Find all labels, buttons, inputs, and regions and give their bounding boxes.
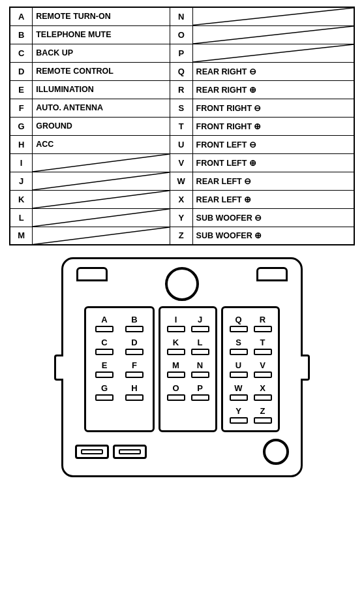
pin-item: O [167, 383, 185, 401]
row-label-left: GROUND [33, 117, 170, 135]
pin-label: P [197, 383, 203, 393]
pin-label: F [132, 360, 137, 370]
row-letter-right: U [170, 135, 192, 153]
pin-label: E [102, 360, 108, 370]
pin-item: M [167, 360, 185, 378]
row-letter-right: T [170, 117, 192, 135]
pin-label: L [198, 338, 203, 347]
pin-row: YZ [228, 406, 273, 424]
pin-item: E [95, 360, 114, 378]
pin-item: F [125, 360, 144, 378]
row-label-right: REAR LEFT ⊖ [192, 172, 354, 190]
pin-item: S [230, 338, 248, 355]
pin-item: L [191, 338, 209, 355]
row-label-right: FRONT RIGHT ⊖ [192, 99, 354, 117]
pin-item: N [191, 360, 209, 378]
svg-line-2 [193, 44, 354, 62]
row-label-right: FRONT LEFT ⊖ [192, 135, 354, 153]
pin-terminal [254, 394, 272, 401]
pin-terminal [95, 326, 114, 332]
pin-row: UV [228, 360, 273, 378]
top-tab-left [76, 267, 108, 281]
row-label-right: SUB WOOFER ⊕ [192, 227, 354, 245]
pin-terminal [230, 371, 248, 378]
row-letter-right: N [170, 7, 192, 25]
row-label-left: TELEPHONE MUTE [33, 25, 170, 44]
connector-diagram: ABCDEFGH IJKLMNOP QRSTUVWXYZ [61, 257, 303, 477]
pin-terminal [125, 349, 144, 355]
svg-line-5 [33, 191, 170, 208]
row-label-right: SUB WOOFER ⊖ [192, 208, 354, 227]
pin-label: S [235, 338, 241, 347]
row-label-left: ILLUMINATION [33, 80, 170, 99]
pin-label: U [235, 360, 241, 370]
pin-label: Z [260, 406, 265, 416]
pin-terminal [167, 371, 185, 378]
pin-row: OP [166, 383, 210, 401]
pin-item: U [230, 360, 248, 378]
row-label-right: FRONT RIGHT ⊕ [192, 117, 354, 135]
row-letter-right: R [170, 80, 192, 99]
side-tab-left [54, 355, 63, 381]
row-label-right: REAR RIGHT ⊖ [192, 62, 354, 80]
row-label-right: REAR LEFT ⊕ [192, 190, 354, 208]
row-label-left: ACC [33, 135, 170, 153]
pin-item: Z [254, 406, 272, 424]
pin-item: Y [230, 406, 248, 424]
pin-terminal [95, 394, 114, 401]
pin-label: A [101, 315, 107, 324]
pin-label: M [172, 360, 179, 370]
pin-label: H [131, 383, 137, 393]
pin-terminal [167, 349, 185, 355]
row-label-left [33, 172, 170, 190]
small-connector-2 [113, 445, 147, 459]
pin-terminal [95, 371, 114, 378]
row-letter-right: O [170, 25, 192, 44]
pin-label: O [172, 383, 179, 393]
row-label-right: FRONT LEFT ⊕ [192, 153, 354, 172]
svg-line-4 [33, 172, 170, 190]
row-label-left: REMOTE TURN-ON [33, 7, 170, 25]
pin-item: I [167, 315, 185, 332]
pin-item: W [230, 383, 248, 401]
connector-body: ABCDEFGH IJKLMNOP QRSTUVWXYZ [70, 306, 294, 432]
pin-item: A [95, 315, 114, 332]
row-letter-left: A [10, 7, 33, 25]
pin-item: T [254, 338, 272, 355]
row-label-right: REAR RIGHT ⊕ [192, 80, 354, 99]
row-letter-left: G [10, 117, 33, 135]
svg-line-6 [33, 209, 170, 227]
pin-item: X [254, 383, 272, 401]
pin-terminal [254, 417, 272, 424]
pin-terminal [254, 349, 272, 355]
connector-top [70, 267, 294, 301]
pin-item: C [95, 338, 114, 355]
connector-bottom [70, 439, 294, 465]
pin-item: J [191, 315, 209, 332]
pin-label: J [198, 315, 202, 324]
small-connector-1 [75, 445, 109, 459]
bottom-connectors-left [75, 445, 147, 459]
pin-item: K [167, 338, 185, 355]
pin-terminal [191, 394, 209, 401]
row-letter-left: C [10, 44, 33, 62]
row-label-right [192, 7, 354, 25]
pin-row: AB [91, 315, 147, 332]
row-letter-left: M [10, 227, 33, 245]
pin-terminal [167, 326, 185, 332]
pin-row: CD [91, 338, 147, 355]
pin-label: C [101, 338, 107, 347]
pin-label: B [131, 315, 137, 324]
row-letter-left: L [10, 208, 33, 227]
row-label-left [33, 153, 170, 172]
row-letter-left: F [10, 99, 33, 117]
pin-terminal [254, 326, 272, 332]
pin-terminal [230, 394, 248, 401]
pin-label: G [101, 383, 108, 393]
row-letter-left: H [10, 135, 33, 153]
row-label-left [33, 208, 170, 227]
svg-line-1 [193, 26, 354, 44]
pin-terminal [191, 371, 209, 378]
pin-terminal [167, 394, 185, 401]
pin-terminal [254, 371, 272, 378]
